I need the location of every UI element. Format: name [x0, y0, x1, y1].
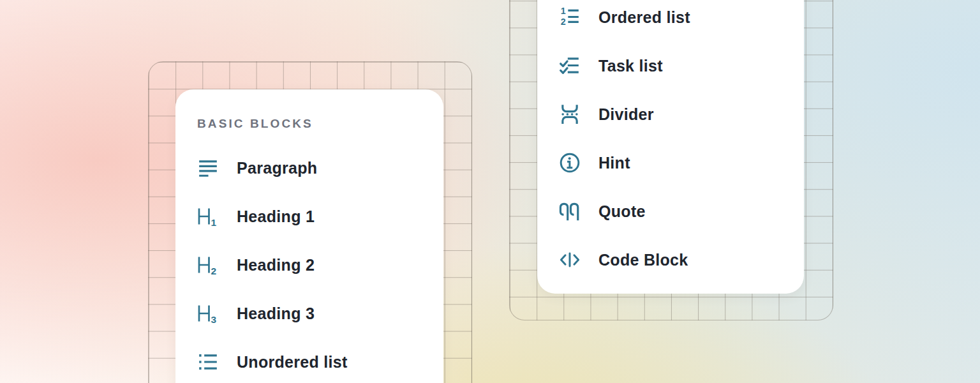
- heading-1-icon: 1: [196, 205, 220, 228]
- menu-item-label: Heading 2: [237, 256, 315, 274]
- menu-item-code-block[interactable]: Code Block: [537, 236, 804, 284]
- menu-item-heading-2[interactable]: 2 Heading 2: [175, 241, 443, 289]
- menu-item-divider[interactable]: Divider: [537, 90, 804, 139]
- paragraph-icon: [196, 156, 220, 179]
- menu-item-label: Code Block: [598, 251, 688, 269]
- menu-item-label: Task list: [598, 57, 663, 75]
- section-header-basic-blocks: BASIC BLOCKS: [197, 117, 443, 130]
- heading-3-icon: 3: [196, 302, 220, 325]
- menu-item-paragraph[interactable]: Paragraph: [175, 144, 443, 192]
- divider-icon: [558, 103, 582, 126]
- menu-item-quote[interactable]: Quote: [537, 187, 804, 236]
- heading-2-icon: 2: [196, 253, 220, 276]
- menu-item-label: Heading 3: [237, 304, 315, 323]
- menu-item-unordered-list[interactable]: Unordered list: [175, 338, 443, 383]
- svg-text:2: 2: [211, 266, 217, 276]
- quote-icon: [558, 200, 582, 223]
- block-menu-card-right: 1 2Ordered list Task list Divider Hint Q…: [537, 0, 804, 294]
- unordered-list-icon: [196, 350, 220, 373]
- menu-item-task-list[interactable]: Task list: [537, 41, 804, 90]
- menu-item-label: Unordered list: [237, 353, 348, 372]
- svg-text:2: 2: [561, 17, 566, 27]
- menu-item-heading-1[interactable]: 1 Heading 1: [175, 192, 443, 241]
- menu-item-label: Divider: [598, 105, 654, 124]
- ordered-list-icon: 1 2: [558, 6, 582, 29]
- svg-text:3: 3: [211, 314, 217, 325]
- block-menu-list-right: 1 2Ordered list Task list Divider Hint Q…: [537, 0, 804, 284]
- block-menu-list-left: Paragraph 1 Heading 1 2 Heading 2 3 Head…: [175, 144, 443, 383]
- block-menu-card-left: BASIC BLOCKS Paragraph 1 Heading 1 2 Hea…: [175, 89, 443, 383]
- menu-item-label: Quote: [598, 202, 646, 221]
- page-background: { "colors": { "icon_accent": "#2F7590", …: [0, 0, 980, 383]
- task-list-icon: [558, 54, 582, 77]
- code-block-icon: [558, 248, 582, 271]
- menu-item-heading-3[interactable]: 3 Heading 3: [175, 289, 443, 338]
- svg-text:1: 1: [211, 217, 217, 228]
- menu-item-ordered-list[interactable]: 1 2Ordered list: [537, 0, 804, 41]
- hint-icon: [558, 151, 582, 174]
- svg-text:1: 1: [561, 6, 566, 16]
- menu-item-label: Heading 1: [237, 207, 315, 226]
- menu-item-label: Paragraph: [237, 159, 317, 177]
- menu-item-hint[interactable]: Hint: [537, 139, 804, 187]
- menu-item-label: Ordered list: [598, 8, 690, 27]
- menu-item-label: Hint: [598, 154, 630, 172]
